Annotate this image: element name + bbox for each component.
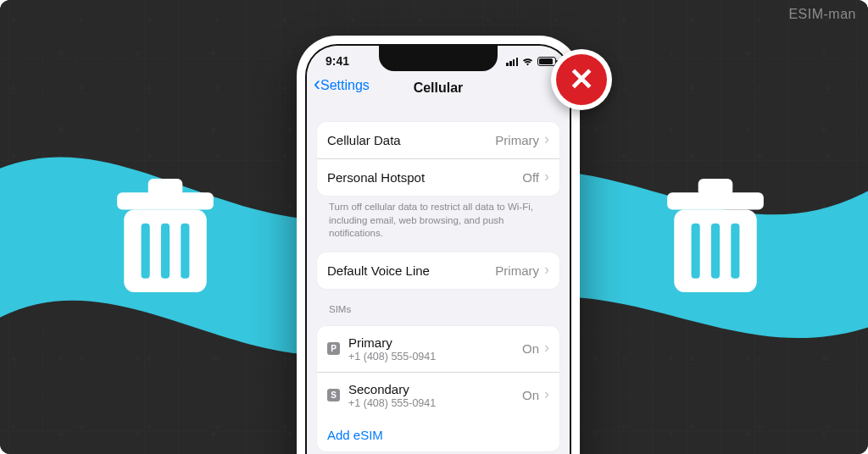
- row-default-voice-line[interactable]: Default Voice Line Primary ›: [317, 252, 559, 289]
- row-personal-hotspot[interactable]: Personal Hotspot Off ›: [317, 158, 559, 196]
- add-esim-button[interactable]: Add eSIM: [317, 418, 559, 451]
- sims-section-label: SIMs: [317, 289, 559, 314]
- svg-rect-5: [181, 224, 189, 279]
- row-sim-primary[interactable]: P Primary +1 (408) 555-0941 On ›: [317, 326, 559, 372]
- group-cellular: Cellular Data Primary › Personal Hotspot…: [317, 122, 559, 196]
- back-label: Settings: [320, 78, 370, 93]
- delete-badge: ✕: [551, 49, 612, 110]
- svg-rect-10: [711, 224, 720, 279]
- sim-name: Primary: [348, 335, 436, 350]
- svg-rect-9: [692, 224, 700, 279]
- chevron-left-icon: ‹: [314, 77, 320, 91]
- svg-rect-3: [142, 224, 150, 279]
- trash-icon: [110, 174, 220, 301]
- nav-bar: ‹ Settings Cellular: [307, 71, 570, 105]
- svg-rect-11: [731, 224, 739, 279]
- cellular-signal-icon: [506, 57, 518, 66]
- group-voice: Default Voice Line Primary ›: [317, 252, 559, 289]
- row-label: Default Voice Line: [327, 263, 430, 278]
- sim-status: On: [522, 341, 539, 356]
- row-cellular-data[interactable]: Cellular Data Primary ›: [317, 122, 559, 158]
- chevron-right-icon: ›: [544, 261, 549, 279]
- chevron-right-icon: ›: [544, 385, 549, 403]
- page-title: Cellular: [414, 80, 464, 96]
- iphone-mockup: 9:41 ‹ Settings: [297, 36, 580, 454]
- wifi-icon: [521, 57, 534, 66]
- sim-badge-icon: P: [327, 342, 340, 355]
- group-footer-note: Turn off cellular data to restrict all d…: [317, 196, 559, 241]
- row-value: Primary: [495, 133, 539, 147]
- sim-phone: +1 (408) 555-0941: [348, 351, 436, 363]
- svg-rect-4: [161, 224, 170, 279]
- group-sims: P Primary +1 (408) 555-0941 On ›: [317, 326, 559, 451]
- sim-status: On: [522, 388, 539, 402]
- watermark-label: ESIM-man: [788, 7, 856, 22]
- card-stage: ESIM-man ✕ 9:41: [0, 0, 868, 454]
- screen: 9:41 ‹ Settings: [307, 46, 570, 454]
- row-value: Primary: [495, 263, 539, 278]
- status-time: 9:41: [326, 54, 349, 68]
- svg-rect-8: [698, 179, 733, 196]
- svg-rect-2: [148, 179, 183, 196]
- sim-name: Secondary: [348, 382, 436, 396]
- back-button[interactable]: ‹ Settings: [314, 78, 370, 93]
- row-label: Cellular Data: [327, 133, 401, 147]
- sim-phone: +1 (408) 555-0941: [348, 397, 436, 409]
- chevron-right-icon: ›: [544, 130, 549, 148]
- trash-icon: [660, 174, 771, 301]
- close-x-icon: ✕: [556, 54, 607, 105]
- row-label: Personal Hotspot: [327, 170, 425, 185]
- row-sim-secondary[interactable]: S Secondary +1 (408) 555-0941 On ›: [317, 372, 559, 418]
- chevron-right-icon: ›: [544, 168, 549, 185]
- battery-icon: [537, 57, 556, 66]
- row-value: Off: [522, 170, 539, 185]
- notch: [379, 46, 498, 71]
- sim-badge-icon: S: [327, 389, 340, 401]
- chevron-right-icon: ›: [544, 339, 549, 357]
